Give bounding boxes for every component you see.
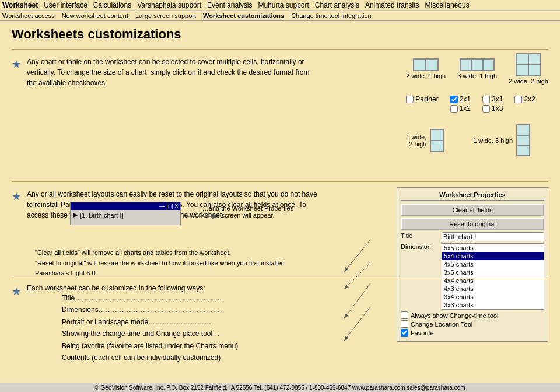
diagram-1wide-3high: 1 wide, 3 high bbox=[473, 124, 530, 156]
page-title: Worksheets customizations bbox=[12, 27, 548, 42]
size-3x1-group: 3x1 1x3 bbox=[482, 95, 503, 113]
box-cell bbox=[430, 141, 443, 152]
title-value-container bbox=[442, 232, 544, 242]
box-cell bbox=[516, 54, 528, 65]
diagram-row-2: 1 wide,2 high 1 wide, 3 high bbox=[406, 124, 548, 156]
label-2x1: 2x1 bbox=[460, 95, 471, 103]
submenu-change-time[interactable]: Change time tool integration bbox=[291, 12, 372, 19]
sub-menu-bar: Worksheet access New worksheet content L… bbox=[0, 11, 560, 21]
partner-label: Partner bbox=[415, 95, 438, 103]
box-2wide-1high bbox=[413, 58, 439, 71]
chart-diagrams: 2 wide, 1 high 3 wide, 1 high bbox=[406, 53, 548, 156]
section1-text: Any chart or table on the worksheet can … bbox=[27, 57, 318, 88]
diagram-1wide-2high: 1 wide,2 high bbox=[406, 129, 444, 152]
section3-content: Each worksheet can be customized in the … bbox=[27, 284, 238, 363]
bullet-dimensions: Dimensions……………………………………………… bbox=[62, 304, 238, 316]
bullet-portrait: Portrait or Landscape mode……………………… bbox=[62, 316, 238, 328]
checkbox-2x2[interactable] bbox=[514, 96, 522, 103]
arrow-text: …and the Worksheet Properties screen wil… bbox=[198, 205, 298, 219]
diagram-label: 2 wide, 2 high bbox=[509, 78, 548, 85]
title-input[interactable] bbox=[442, 232, 544, 242]
submenu-new-content[interactable]: New worksheet content bbox=[62, 12, 128, 19]
box-cell bbox=[430, 130, 443, 141]
menu-calculations[interactable]: Calculations bbox=[93, 1, 131, 9]
menu-chart-analysis[interactable]: Chart analysis bbox=[315, 1, 359, 9]
reset-to-original-button[interactable]: Reset to original bbox=[401, 218, 544, 230]
box-cell bbox=[517, 125, 530, 135]
diagram-label: 2 wide, 1 high bbox=[406, 72, 446, 79]
mock-title-bar: — |□| X bbox=[71, 202, 180, 210]
diagram-3wide-1high: 3 wide, 1 high bbox=[457, 58, 497, 79]
menu-worksheet[interactable]: Worksheet bbox=[2, 1, 38, 9]
label-2x2: 2x2 bbox=[524, 95, 535, 103]
checkbox-1x2[interactable] bbox=[450, 105, 458, 113]
arrow-line-2 bbox=[344, 240, 370, 272]
box-cell bbox=[460, 59, 471, 71]
box-cell bbox=[414, 59, 426, 71]
box-cell bbox=[426, 59, 438, 71]
box-cell bbox=[471, 59, 482, 71]
diagram-label: 3 wide, 1 high bbox=[457, 72, 497, 79]
bullet-favorite: Being favorite (favorite are listed unde… bbox=[62, 340, 238, 352]
submenu-large-screen[interactable]: Large screen support bbox=[135, 12, 196, 19]
diagram-label: 1 wide, 3 high bbox=[473, 137, 513, 144]
main-content: Worksheets customizations ★ Any chart or… bbox=[0, 21, 560, 383]
bullet-title: Title……………………………………………………… bbox=[62, 292, 238, 304]
box-2wide-2high bbox=[516, 53, 541, 76]
menu-event-analysis[interactable]: Event analysis bbox=[207, 1, 252, 9]
box-cell bbox=[516, 65, 528, 76]
star-icon-1: ★ bbox=[12, 58, 21, 71]
menu-animated-transits[interactable]: Animated transits bbox=[365, 1, 419, 9]
box-cell bbox=[517, 135, 530, 146]
size-2x2-group: 2x2 bbox=[514, 95, 535, 103]
arrow-text-line1: …and the Worksheet Properties bbox=[202, 205, 293, 212]
section3-intro: Each worksheet can be customized in the … bbox=[27, 284, 238, 292]
box-cell bbox=[517, 145, 530, 156]
menu-user-interface[interactable]: User interface bbox=[44, 1, 88, 9]
star-icon-2: ★ bbox=[12, 190, 21, 203]
checkbox-2x1[interactable] bbox=[450, 96, 458, 103]
bullet-list: Title……………………………………………………… Dimensions………… bbox=[62, 292, 238, 363]
section3: ★ Each worksheet can be customized in th… bbox=[12, 272, 548, 368]
partner-checkbox-group: Partner bbox=[406, 95, 438, 103]
size-2x1-group: 2x1 1x2 bbox=[450, 95, 471, 113]
worksheet-mock-window[interactable]: — |□| X ▶ [1. Birth chart I] bbox=[70, 202, 181, 225]
checkbox-1x3[interactable] bbox=[482, 105, 490, 113]
footer: © GeoVision Software, Inc. P.O. Box 2152… bbox=[0, 383, 560, 392]
diagram-2wide-2high: 2 wide, 2 high bbox=[509, 53, 548, 85]
label-1x3: 1x3 bbox=[492, 104, 503, 113]
star-icon-3: ★ bbox=[12, 285, 21, 298]
label-3x1: 3x1 bbox=[492, 95, 503, 103]
section3-inner: ★ Each worksheet can be customized in th… bbox=[12, 284, 548, 363]
footer-text: © GeoVision Software, Inc. P.O. Box 2152… bbox=[94, 384, 465, 391]
clear-all-fields-button[interactable]: Clear all fields bbox=[401, 204, 544, 216]
submenu-customizations[interactable]: Worksheet customizations bbox=[203, 12, 284, 19]
menu-varshaphala[interactable]: Varshaphala support bbox=[137, 1, 201, 9]
option-5x5[interactable]: 5x5 charts bbox=[442, 244, 544, 252]
dimension-label: Dimension bbox=[401, 243, 442, 250]
mock-content: ▶ [1. Birth chart I] bbox=[71, 210, 180, 220]
mock-window-controls: — |□| X bbox=[159, 203, 178, 209]
partner-checkbox[interactable] bbox=[406, 96, 414, 103]
menu-bar: Worksheet User interface Calculations Va… bbox=[0, 0, 560, 11]
reset-text-line1: "Clear all fields" will remove all chart… bbox=[35, 248, 303, 258]
option-5x4[interactable]: 5x4 charts bbox=[442, 252, 544, 260]
bullet-change-time: Showing the change time and Change place… bbox=[62, 328, 238, 340]
title-row: Title bbox=[401, 232, 544, 242]
ws-props-title: Worksheet Properties bbox=[401, 191, 544, 201]
label-1x2: 1x2 bbox=[460, 104, 471, 113]
arrow-text-line2: screen will appear. bbox=[221, 212, 274, 219]
checkbox-3x1[interactable] bbox=[482, 96, 490, 103]
diagram-2wide-1high: 2 wide, 1 high bbox=[406, 58, 446, 79]
menu-miscellaneous[interactable]: Miscellaneous bbox=[425, 1, 470, 9]
box-cell bbox=[528, 65, 541, 76]
box-1wide-3high bbox=[516, 124, 530, 156]
title-label: Title bbox=[401, 232, 442, 239]
box-3wide-1high bbox=[460, 58, 495, 71]
box-cell bbox=[483, 59, 494, 71]
submenu-worksheet-access[interactable]: Worksheet access bbox=[2, 12, 55, 19]
mock-worksheet-title: [1. Birth chart I] bbox=[80, 212, 124, 219]
diagram-label: 1 wide,2 high bbox=[406, 134, 426, 148]
menu-muhurta[interactable]: Muhurta support bbox=[258, 1, 309, 9]
option-4x5[interactable]: 4x5 charts bbox=[442, 260, 544, 268]
